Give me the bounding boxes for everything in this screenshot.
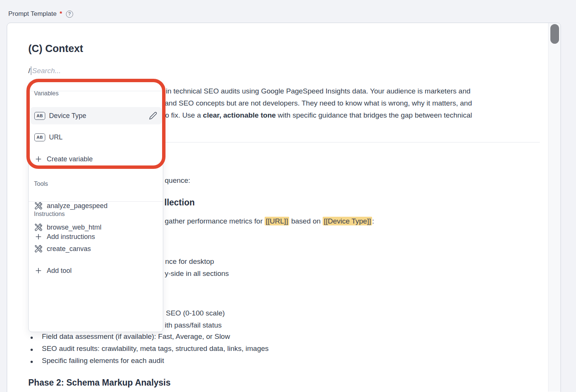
- side-by-side-fragment: y-side in all sections: [165, 270, 229, 278]
- scrollbar-thumb[interactable]: [550, 24, 559, 44]
- phase2-heading: Phase 2: Schema Markup Analysis: [28, 378, 171, 388]
- typed-slash: /: [28, 67, 30, 75]
- prompt-template-page: Prompt Template* ? (C) Context /Search..…: [0, 0, 576, 392]
- scrollbar-track[interactable]: [548, 23, 561, 392]
- list-item: SEO audit results: crawlability, meta ta…: [28, 345, 269, 357]
- menu-divider: [29, 91, 163, 91]
- instructions-section-title: Instructions: [34, 211, 65, 217]
- tools-section-title: Tools: [34, 181, 48, 187]
- slash-command-menu: Variables AB Device Type AB URL Create v…: [28, 81, 163, 332]
- menu-item-device-type[interactable]: AB Device Type: [31, 107, 162, 124]
- menu-divider: [29, 201, 163, 202]
- tool-icon: [34, 202, 43, 210]
- add-tool-button[interactable]: Add tool: [31, 262, 162, 279]
- menu-item-label: URL: [49, 133, 157, 141]
- menu-item-label: Device Type: [49, 112, 149, 120]
- bullet-dot: [31, 337, 33, 339]
- pass-fail-fragment: ith pass/fail status: [165, 321, 222, 329]
- bullet-list: Field data assessment (if available): Fa…: [28, 332, 269, 369]
- plus-icon: [34, 266, 43, 275]
- desktop-fragment: nce for desktop: [165, 257, 214, 266]
- add-instructions-button[interactable]: Add instructions: [31, 228, 162, 245]
- bullet-dot: [31, 349, 33, 351]
- list-item: Specific failing elements for each audit: [28, 357, 269, 369]
- seo-scale-fragment: SEO (0-100 scale): [166, 309, 225, 317]
- paragraph-line-2: and SEO concepts but are not developers.…: [165, 99, 472, 107]
- list-item: Field data assessment (if available): Fa…: [28, 332, 269, 345]
- variable-type-icon: AB: [34, 112, 45, 120]
- gather-metrics-line: gather performance metrics for [[URL]] b…: [165, 217, 374, 225]
- menu-item-label: analyze_pagespeed: [47, 202, 157, 210]
- variable-chip-device-type[interactable]: [[Device Type]]: [323, 217, 372, 225]
- search-placeholder: Search...: [32, 67, 61, 75]
- slash-command-search[interactable]: /Search...: [28, 66, 61, 75]
- paragraph-line-3: o fix. Use a clear, actionable tone with…: [165, 111, 472, 119]
- plus-icon: [34, 155, 43, 163]
- paragraph-line-1: in technical SEO audits using Google Pag…: [166, 87, 470, 95]
- variable-type-icon: AB: [34, 133, 45, 141]
- create-variable-label: Create variable: [47, 155, 157, 163]
- variable-chip-url[interactable]: [[URL]]: [265, 217, 289, 225]
- text-caret: [31, 66, 32, 75]
- phase1-heading-fragment: llection: [164, 198, 195, 208]
- bullet-dot: [31, 361, 33, 363]
- bold-tone-text: clear, actionable tone: [203, 111, 276, 119]
- plus-icon: [34, 233, 43, 241]
- menu-item-label: create_canvas: [47, 245, 157, 253]
- create-variable-button[interactable]: Create variable: [31, 150, 162, 168]
- tool-icon: [34, 245, 43, 253]
- section-heading-context: (C) Context: [28, 43, 83, 55]
- sequence-fragment: quence:: [165, 176, 190, 185]
- add-instructions-label: Add instructions: [47, 233, 157, 241]
- pencil-icon[interactable]: [149, 112, 157, 120]
- menu-item-url[interactable]: AB URL: [31, 129, 162, 146]
- add-tool-label: Add tool: [47, 267, 157, 275]
